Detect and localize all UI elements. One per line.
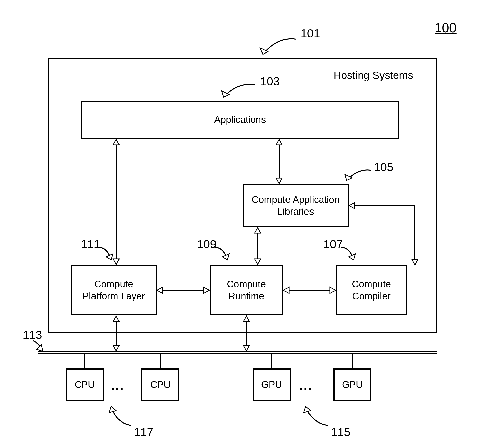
svg-marker-0 <box>260 48 268 54</box>
libraries-label: Compute Application Libraries <box>252 194 340 218</box>
svg-marker-18 <box>157 287 163 293</box>
cpu-ellipsis: ... <box>111 379 124 392</box>
svg-marker-13 <box>255 228 261 233</box>
ref-101-arrow <box>258 34 298 59</box>
compiler-label: Compute Compiler <box>352 278 391 302</box>
arrow-libraries-runtime <box>253 228 263 265</box>
svg-marker-31 <box>304 406 311 413</box>
ref-103: 103 <box>260 74 280 88</box>
svg-marker-16 <box>412 259 418 265</box>
compiler-block: Compute Compiler <box>336 265 407 315</box>
svg-marker-1 <box>222 91 229 97</box>
svg-marker-25 <box>113 345 119 351</box>
ref-115-arrow <box>303 405 331 428</box>
svg-marker-10 <box>276 139 282 145</box>
svg-marker-29 <box>37 345 43 351</box>
ref-103-arrow <box>220 80 258 102</box>
svg-marker-30 <box>109 406 116 413</box>
svg-marker-22 <box>330 287 336 293</box>
ref-117: 117 <box>134 425 153 439</box>
cpu-box-2: CPU <box>141 368 179 401</box>
busline-cpu1 <box>84 354 85 368</box>
gpu-ellipsis: ... <box>299 379 313 392</box>
arrow-apps-libraries <box>274 139 284 184</box>
hosting-systems-title: Hosting Systems <box>333 69 413 82</box>
svg-marker-19 <box>204 287 209 293</box>
applications-block: Applications <box>81 101 399 139</box>
arrow-runtime-compiler <box>283 285 336 295</box>
ref-113-arrow <box>30 338 45 353</box>
gpu-label-2: GPU <box>342 379 363 391</box>
libraries-block: Compute Application Libraries <box>243 184 349 227</box>
svg-marker-21 <box>283 287 289 293</box>
bus <box>38 351 437 354</box>
busline-gpu2 <box>352 354 353 368</box>
svg-marker-8 <box>113 259 119 265</box>
gpu-label-1: GPU <box>261 379 282 391</box>
cpu-label-2: CPU <box>150 379 171 391</box>
arrow-apps-platform <box>111 139 121 265</box>
figure-number: 100 <box>435 20 457 35</box>
ref-115: 115 <box>331 425 350 439</box>
platform-label: Compute Platform Layer <box>82 278 145 302</box>
platform-block: Compute Platform Layer <box>71 265 157 315</box>
arrow-platform-runtime <box>157 285 209 295</box>
svg-marker-27 <box>243 316 249 322</box>
svg-marker-15 <box>349 203 355 209</box>
ref-109-arrow <box>213 245 231 265</box>
svg-marker-7 <box>113 139 119 145</box>
ref-105-arrow <box>344 165 374 186</box>
arrow-runtime-bus <box>241 316 251 351</box>
svg-marker-24 <box>113 316 119 322</box>
ref-105: 105 <box>374 160 393 174</box>
gpu-box-1: GPU <box>253 368 291 401</box>
runtime-label: Compute Runtime <box>227 278 266 302</box>
cpu-label-1: CPU <box>75 379 95 391</box>
busline-gpu1 <box>271 354 272 368</box>
applications-label: Applications <box>214 114 266 126</box>
svg-marker-14 <box>255 259 261 265</box>
svg-marker-11 <box>276 178 282 184</box>
cpu-box-1: CPU <box>66 368 104 401</box>
runtime-block: Compute Runtime <box>210 265 283 315</box>
arrow-platform-bus <box>111 316 121 351</box>
ref-101: 101 <box>301 27 320 40</box>
svg-marker-28 <box>243 345 249 351</box>
gpu-box-2: GPU <box>333 368 371 401</box>
busline-cpu2 <box>160 354 161 368</box>
ref-117-arrow <box>109 405 134 428</box>
arrow-libraries-compiler <box>349 202 435 268</box>
svg-marker-2 <box>345 174 352 180</box>
